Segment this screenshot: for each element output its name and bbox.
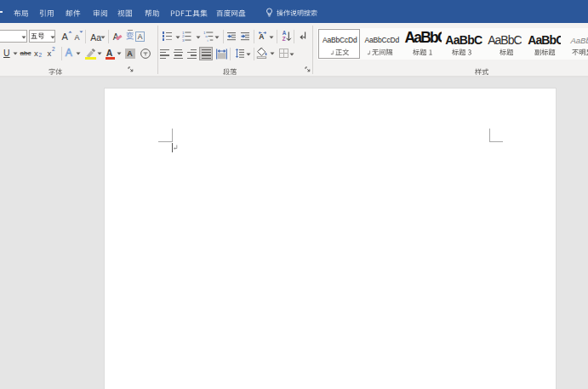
svg-text:i: i <box>208 38 208 42</box>
svg-text:3: 3 <box>182 38 185 42</box>
